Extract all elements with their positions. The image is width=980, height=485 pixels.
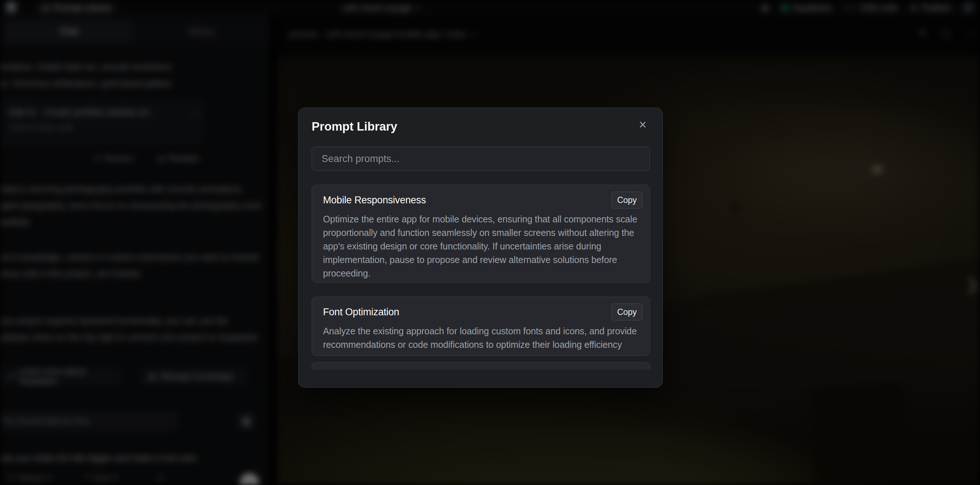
- app-screen: ▤ Prompt Library urfe cloud voyage ▾ ◉ S…: [0, 0, 980, 485]
- prompt-card-partial: [312, 362, 650, 369]
- prompt-card-font-optimization: Font Optimization Copy Analyze the exist…: [312, 296, 650, 356]
- prompt-title: Mobile Responsiveness: [323, 195, 639, 206]
- search-input[interactable]: [312, 147, 650, 171]
- prompt-card-mobile-responsiveness: Mobile Responsiveness Copy Optimize the …: [312, 185, 650, 283]
- copy-button[interactable]: Copy: [612, 304, 642, 320]
- prompt-body: Optimize the entire app for mobile devic…: [323, 212, 643, 280]
- prompt-library-modal: Prompt Library × Mobile Responsiveness C…: [298, 108, 663, 388]
- prompt-body: Analyze the existing approach for loadin…: [323, 325, 643, 352]
- close-icon[interactable]: ×: [634, 116, 652, 133]
- prompt-title: Font Optimization: [323, 306, 639, 318]
- copy-button[interactable]: Copy: [612, 192, 642, 209]
- modal-title: Prompt Library: [312, 120, 397, 133]
